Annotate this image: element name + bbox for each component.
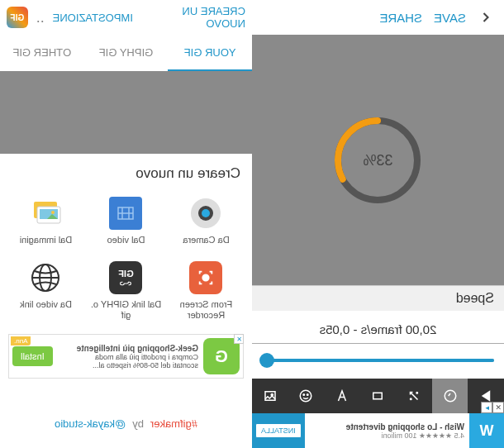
svg-point-9 [303,394,305,396]
ad-app-icon: W [469,413,504,448]
inline-ad[interactable]: ✕ Ann. G Geek-Shopping più intelligente … [8,334,244,379]
ad-close-icon[interactable]: ✕ [234,334,244,344]
preview-area: 33% [252,35,504,285]
nav-settings[interactable]: IMPOSTAZIONE [53,12,133,24]
svg-point-14 [202,209,211,217]
svg-point-3 [445,390,456,402]
sheet-title: Creare un nuovo [8,165,244,182]
text-icon[interactable] [324,379,360,413]
video-icon [110,197,143,230]
emoji-icon[interactable] [288,379,325,413]
svg-point-4 [416,393,418,394]
footer-hashtag[interactable]: #gifmaker [150,417,197,430]
svg-rect-6 [373,393,383,399]
ad-install-button[interactable]: INSTALLA [255,423,302,438]
tab-other-gif[interactable]: OTHER GIF [0,35,84,71]
svg-marker-2 [482,390,491,402]
ad-badge: Ann. [11,336,31,346]
ad-rating: 4.5 ★★★★★ 100 milioni [310,431,464,440]
svg-point-22 [52,211,55,214]
ad-title: Wish - Lo shopping divertente [310,422,464,431]
ad-line2: Compra i prodotti più alla moda [58,353,198,361]
footer-by: by [132,417,144,430]
overflow-icon[interactable]: .. [36,9,45,26]
save-button[interactable]: SAVE [434,11,466,25]
camera-icon [190,197,223,230]
progress-ring: 33% [332,114,425,207]
svg-point-23 [203,274,209,280]
progress-text: 33% [363,151,392,169]
ad-install-button[interactable]: Install [12,346,53,366]
option-images[interactable]: Dal immagini [8,197,83,255]
footer-handle[interactable]: @kayak-studio [55,417,126,430]
back-icon[interactable] [478,9,494,26]
effects-icon[interactable] [396,379,432,413]
bottom-ad[interactable]: ✕ ▸ W Wish - Lo shopping divertente 4.5 … [252,413,504,448]
toolbar [252,379,504,413]
speed-tool-icon[interactable] [432,379,468,413]
images-icon [30,197,63,230]
svg-point-8 [307,394,309,396]
nav-create[interactable]: CREARE UN NUOVO [141,5,245,30]
option-screen-recorder[interactable]: From Screen Recorder [169,261,244,321]
ad-close-icon[interactable]: ✕ [492,402,504,413]
ad-info-icon[interactable]: ▸ [481,402,492,413]
option-video-link[interactable]: Da video link [8,261,83,321]
option-video[interactable]: Dal video [88,197,164,255]
gallery-area [0,71,252,154]
crop-icon[interactable] [360,379,397,413]
option-camera[interactable]: Da Camera [169,197,244,255]
tab-giphy-gif[interactable]: GIPHY GIF [84,35,169,71]
tab-your-gif[interactable]: YOUR GIF [168,35,252,71]
gif-link-icon: GIF [110,261,143,294]
speed-slider[interactable] [252,344,504,379]
app-logo: GIF [7,7,28,28]
svg-rect-10 [265,392,275,401]
speed-label: Speed [252,285,504,311]
ad-line3: scontati del 50-80% rispetto al... [58,361,198,369]
speed-value: 20,00 frame/s - 0,05s [252,311,504,344]
globe-icon [30,261,63,294]
share-button[interactable]: SHARE [379,11,422,25]
svg-point-5 [411,398,412,400]
ad-title: Geek-Shopping più intelligente [58,344,198,353]
svg-point-7 [301,390,312,402]
image-icon[interactable] [252,379,288,413]
option-giphy-link[interactable]: GIF Dal link GIPHY o. gif [88,261,164,321]
screen-recorder-icon [190,261,223,294]
